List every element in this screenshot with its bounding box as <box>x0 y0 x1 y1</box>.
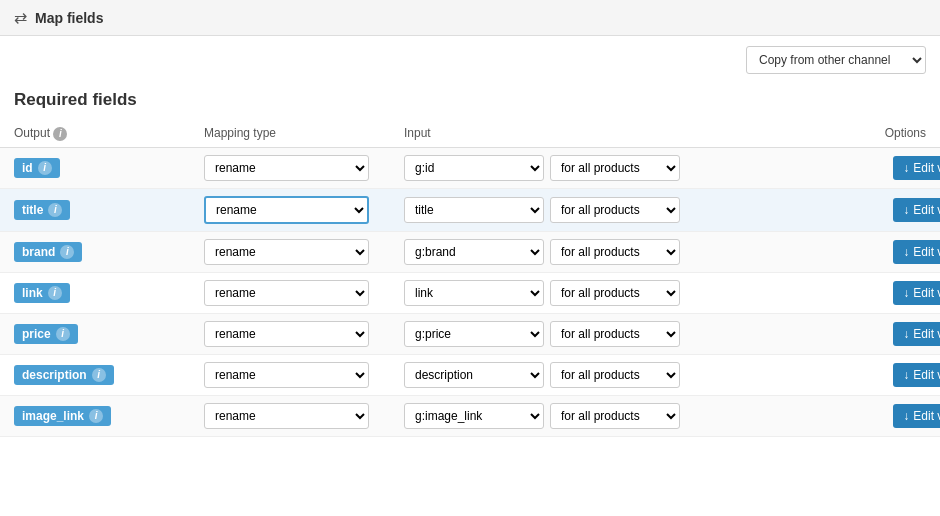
section-title: Required fields <box>0 84 940 120</box>
help-icon: i <box>48 203 62 217</box>
scope-select[interactable]: for all products <box>550 239 680 265</box>
mapping-cell: rename static lookup <box>204 362 404 388</box>
input-value-select[interactable]: g:id <box>404 155 544 181</box>
mapping-type-select[interactable]: rename static lookup <box>204 196 369 224</box>
help-icon: i <box>48 286 62 300</box>
mapping-cell: rename static lookup <box>204 155 404 181</box>
input-cell: g:price for all products <box>404 321 680 347</box>
input-cell: description for all products <box>404 362 680 388</box>
table-row: description i rename static lookup descr… <box>0 355 940 396</box>
mapping-type-select[interactable]: rename static lookup <box>204 239 369 265</box>
field-badge-description: description i <box>14 365 114 385</box>
edit-values-button[interactable]: ↓ Edit values (0) <box>893 240 940 264</box>
scope-select[interactable]: for all products <box>550 362 680 388</box>
mapping-cell: rename static lookup <box>204 321 404 347</box>
scope-select[interactable]: for all products <box>550 155 680 181</box>
fields-table: id i rename static lookup g:id for all p… <box>0 148 940 437</box>
mapping-cell: rename static lookup <box>204 280 404 306</box>
header-title: Map fields <box>35 10 103 26</box>
scope-select[interactable]: for all products <box>550 197 680 223</box>
edit-values-button[interactable]: ↓ Edit values (0) <box>893 198 940 222</box>
mapping-type-select[interactable]: rename static lookup <box>204 155 369 181</box>
down-arrow-icon: ↓ <box>903 161 909 175</box>
output-cell: price i <box>14 324 204 344</box>
edit-values-button[interactable]: ↓ Edit values (0) <box>893 363 940 387</box>
field-badge-image_link: image_link i <box>14 406 111 426</box>
help-icon: i <box>38 161 52 175</box>
table-header: Output i Mapping type Input Options <box>0 120 940 148</box>
table-row: id i rename static lookup g:id for all p… <box>0 148 940 189</box>
input-cell: title for all products <box>404 197 680 223</box>
scope-select[interactable]: for all products <box>550 403 680 429</box>
help-icon: i <box>89 409 103 423</box>
options-cell: ↓ Edit values (0) <box>840 363 940 387</box>
down-arrow-icon: ↓ <box>903 327 909 341</box>
mapping-cell: rename static lookup <box>204 196 404 224</box>
edit-values-button[interactable]: ↓ Edit values (0) <box>893 156 940 180</box>
scope-select[interactable]: for all products <box>550 280 680 306</box>
table-row: brand i rename static lookup g:brand for… <box>0 232 940 273</box>
map-fields-icon: ⇄ <box>14 8 27 27</box>
input-value-select[interactable]: link <box>404 280 544 306</box>
output-cell: brand i <box>14 242 204 262</box>
input-cell: g:image_link for all products <box>404 403 680 429</box>
field-badge-id: id i <box>14 158 60 178</box>
table-row: link i rename static lookup link for all… <box>0 273 940 314</box>
table-row: price i rename static lookup g:price for… <box>0 314 940 355</box>
down-arrow-icon: ↓ <box>903 203 909 217</box>
options-cell: ↓ Edit values (0) <box>840 198 940 222</box>
col-edit-header: Options <box>766 126 926 140</box>
mapping-type-select[interactable]: rename static lookup <box>204 362 369 388</box>
options-cell: ↓ Edit values (0) <box>840 281 940 305</box>
options-cell: ↓ Edit values (0) <box>840 156 940 180</box>
input-cell: link for all products <box>404 280 680 306</box>
input-value-select[interactable]: g:image_link <box>404 403 544 429</box>
options-cell: ↓ Edit values (0) <box>840 240 940 264</box>
field-badge-price: price i <box>14 324 78 344</box>
edit-values-button[interactable]: ↓ Edit values (0) <box>893 404 940 428</box>
help-icon: i <box>56 327 70 341</box>
options-cell: ↓ Edit values (0) <box>840 404 940 428</box>
field-badge-title: title i <box>14 200 70 220</box>
mapping-type-select[interactable]: rename static lookup <box>204 321 369 347</box>
mapping-type-select[interactable]: rename static lookup <box>204 280 369 306</box>
input-cell: g:id for all products <box>404 155 680 181</box>
table-row: image_link i rename static lookup g:imag… <box>0 396 940 437</box>
down-arrow-icon: ↓ <box>903 245 909 259</box>
down-arrow-icon: ↓ <box>903 286 909 300</box>
output-cell: image_link i <box>14 406 204 426</box>
col-input-header: Input <box>404 126 606 140</box>
mapping-cell: rename static lookup <box>204 239 404 265</box>
help-icon: i <box>92 368 106 382</box>
toolbar: Copy from other channel <box>0 36 940 84</box>
table-row: title i rename static lookup title for a… <box>0 189 940 232</box>
edit-values-button[interactable]: ↓ Edit values (0) <box>893 281 940 305</box>
input-value-select[interactable]: g:brand <box>404 239 544 265</box>
output-cell: title i <box>14 200 204 220</box>
edit-values-button[interactable]: ↓ Edit values (0) <box>893 322 940 346</box>
input-cell: g:brand for all products <box>404 239 680 265</box>
col-output-header: Output i <box>14 126 204 141</box>
output-cell: id i <box>14 158 204 178</box>
input-value-select[interactable]: title <box>404 197 544 223</box>
output-cell: description i <box>14 365 204 385</box>
field-badge-link: link i <box>14 283 70 303</box>
field-badge-brand: brand i <box>14 242 82 262</box>
input-value-select[interactable]: g:price <box>404 321 544 347</box>
output-cell: link i <box>14 283 204 303</box>
input-value-select[interactable]: description <box>404 362 544 388</box>
copy-from-channel-select[interactable]: Copy from other channel <box>746 46 926 74</box>
down-arrow-icon: ↓ <box>903 409 909 423</box>
down-arrow-icon: ↓ <box>903 368 909 382</box>
options-cell: ↓ Edit values (0) <box>840 322 940 346</box>
help-icon: i <box>60 245 74 259</box>
mapping-type-select[interactable]: rename static lookup <box>204 403 369 429</box>
col-mapping-header: Mapping type <box>204 126 404 140</box>
header: ⇄ Map fields <box>0 0 940 36</box>
mapping-cell: rename static lookup <box>204 403 404 429</box>
scope-select[interactable]: for all products <box>550 321 680 347</box>
